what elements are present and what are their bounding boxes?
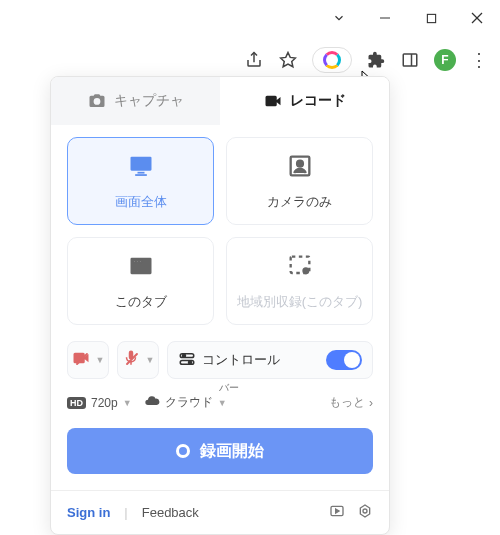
menu-dots-icon[interactable]: ⋮: [470, 49, 488, 71]
tab-label: レコード: [290, 92, 346, 110]
svg-point-22: [189, 360, 192, 363]
hd-badge-icon: HD: [67, 397, 86, 409]
maximize-button[interactable]: [408, 0, 454, 36]
svg-rect-1: [427, 14, 435, 22]
card-label: カメラのみ: [267, 193, 332, 211]
svg-marker-25: [360, 505, 369, 517]
control-toggle-row[interactable]: コントロール: [167, 341, 373, 379]
svg-marker-24: [336, 509, 339, 513]
resolution-selector[interactable]: HD 720p ▼: [67, 396, 132, 410]
svg-point-12: [297, 160, 303, 166]
camera-icon: [88, 92, 106, 110]
svg-point-21: [183, 354, 186, 357]
svg-point-18: [302, 267, 309, 274]
storage-value: クラウド: [165, 394, 213, 411]
card-label: このタブ: [115, 293, 167, 311]
recorder-extension-icon: [323, 51, 341, 69]
chevron-down-icon: ▼: [96, 355, 105, 365]
signin-link[interactable]: Sign in: [67, 505, 110, 520]
person-frame-icon: [286, 152, 314, 183]
extension-badge[interactable]: [312, 47, 352, 73]
webcam-toggle[interactable]: ▼: [67, 341, 109, 379]
svg-point-26: [363, 509, 367, 513]
tab-window-icon: [127, 252, 155, 283]
record-dot-icon: [176, 444, 190, 458]
svg-rect-6: [403, 54, 417, 66]
chevron-down-icon[interactable]: [316, 0, 362, 36]
webcam-off-icon: [72, 349, 90, 371]
option-camera-only[interactable]: カメラのみ: [226, 137, 373, 225]
option-fullscreen[interactable]: 画面全体: [67, 137, 214, 225]
mic-toggle[interactable]: ▼: [117, 341, 159, 379]
option-this-tab[interactable]: このタブ: [67, 237, 214, 325]
card-label: 画面全体: [115, 193, 167, 211]
more-settings[interactable]: もっと ›: [329, 394, 373, 411]
divider: |: [124, 505, 127, 520]
video-library-icon[interactable]: [329, 503, 345, 522]
mic-off-icon: [122, 349, 140, 371]
recorder-popup: キャプチャ レコード 画面全体 カメラのみ このタブ 地域別収録(このタブ) ▼: [50, 76, 390, 535]
record-label: 録画開始: [200, 441, 264, 462]
tab-label: キャプチャ: [114, 92, 184, 110]
bookmark-star-icon[interactable]: [278, 50, 298, 70]
sidepanel-icon[interactable]: [400, 50, 420, 70]
svg-rect-9: [137, 171, 144, 173]
storage-selector[interactable]: クラウド ▼: [144, 393, 227, 412]
tab-record[interactable]: レコード: [220, 77, 389, 125]
sliders-icon: [178, 350, 196, 371]
minimize-button[interactable]: [362, 0, 408, 36]
cloud-icon: [144, 393, 160, 412]
more-label: もっと: [329, 394, 365, 411]
profile-avatar[interactable]: F: [434, 49, 456, 71]
svg-point-16: [139, 260, 141, 262]
svg-point-14: [133, 260, 135, 262]
extensions-puzzle-icon[interactable]: [366, 50, 386, 70]
svg-rect-8: [130, 156, 151, 170]
close-button[interactable]: [454, 0, 500, 36]
bar-label: バー: [219, 381, 239, 395]
option-region-tab[interactable]: 地域別収録(このタブ): [226, 237, 373, 325]
settings-gear-icon[interactable]: [357, 503, 373, 522]
control-label: コントロール: [202, 351, 280, 369]
resolution-value: 720p: [91, 396, 118, 410]
feedback-link[interactable]: Feedback: [142, 505, 199, 520]
start-record-button[interactable]: 録画開始: [67, 428, 373, 474]
chevron-down-icon: ▼: [123, 398, 132, 408]
control-switch[interactable]: [326, 350, 362, 370]
share-icon[interactable]: [244, 50, 264, 70]
chevron-right-icon: ›: [369, 396, 373, 410]
tab-capture[interactable]: キャプチャ: [51, 77, 220, 125]
chevron-down-icon: ▼: [146, 355, 155, 365]
monitor-icon: [127, 152, 155, 183]
region-select-icon: [286, 252, 314, 283]
svg-marker-5: [281, 53, 296, 67]
video-icon: [264, 92, 282, 110]
svg-point-15: [136, 260, 138, 262]
chevron-down-icon: ▼: [218, 398, 227, 408]
svg-rect-10: [135, 174, 147, 176]
card-label: 地域別収録(このタブ): [237, 293, 363, 311]
